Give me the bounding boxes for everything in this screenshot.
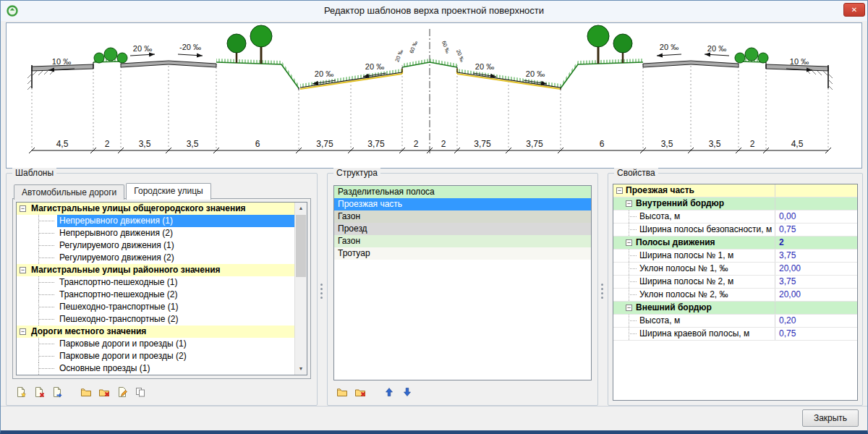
structure-list[interactable]: Разделительная полоса Проезжая часть Газ… xyxy=(333,185,592,380)
collapse-icon[interactable]: − xyxy=(626,239,632,246)
tab-city-streets[interactable]: Городские улицы xyxy=(126,183,210,200)
template-item[interactable]: Основные проезды (1) xyxy=(17,362,295,375)
dim-label: 4,5 xyxy=(56,139,69,149)
template-item-label: Парковые дороги и проезды (1) xyxy=(57,338,295,350)
collapse-icon[interactable]: − xyxy=(626,200,632,207)
property-value[interactable]: 2 xyxy=(775,237,857,249)
template-item-label: Пешеходно-транспортные (1) xyxy=(57,301,295,313)
slope-label: 20 ‰ xyxy=(475,62,494,71)
slope-label: 60 ‰ xyxy=(408,40,419,54)
collapse-icon[interactable]: − xyxy=(20,205,26,212)
templates-tree[interactable]: − Магистральные улицы общегородского зна… xyxy=(16,202,307,375)
dim-label: 3,5 xyxy=(709,139,721,149)
tab-auto-roads[interactable]: Автомобильные дороги xyxy=(14,184,124,200)
close-window-button[interactable]: ✕ xyxy=(843,3,865,17)
delete-folder-button[interactable] xyxy=(97,385,111,399)
collapse-icon[interactable]: − xyxy=(626,305,632,311)
structure-item[interactable]: Газон xyxy=(334,235,591,247)
titlebar[interactable]: Редактор шаблонов верха проектной поверх… xyxy=(1,1,867,21)
property-row[interactable]: Ширина полосы № 1, м 3,75 xyxy=(613,250,857,263)
delete-element-button[interactable] xyxy=(353,385,367,399)
property-row[interactable]: Ширина полосы № 2, м 3,75 xyxy=(613,276,857,289)
collapse-icon[interactable]: − xyxy=(616,187,623,194)
copy-template-button[interactable] xyxy=(133,385,148,399)
property-category-row[interactable]: −Полосы движения 2 xyxy=(613,237,857,250)
splitter-right[interactable] xyxy=(600,280,604,302)
structure-item-selected[interactable]: Проезжая часть xyxy=(334,198,591,210)
dimension-guides xyxy=(32,62,828,150)
collapse-icon[interactable]: − xyxy=(20,328,26,335)
property-row[interactable]: Ширина краевой полосы, м 0,75 xyxy=(613,328,857,341)
dim-label: 3,5 xyxy=(187,139,199,149)
new-folder-button[interactable] xyxy=(79,385,93,399)
edit-template-button[interactable] xyxy=(115,385,129,399)
slope-label: 20 ‰ xyxy=(707,44,726,53)
move-up-button[interactable] xyxy=(382,385,396,399)
property-label: Ширина краевой полосы, м xyxy=(639,328,749,339)
template-item[interactable]: Регулируемого движения (2) xyxy=(17,252,295,264)
template-group-label: Магистральные улицы общегородского значе… xyxy=(31,203,246,213)
close-dialog-button[interactable]: Закрыть xyxy=(802,409,859,427)
dim-label: 3,75 xyxy=(526,139,543,149)
property-label: Высота, м xyxy=(639,315,680,326)
property-row[interactable]: Ширина полосы безопасности, м 0,75 xyxy=(613,224,857,237)
property-row[interactable]: Уклон полосы № 2, ‰ 20,00 xyxy=(613,289,857,302)
delete-template-button[interactable] xyxy=(32,385,46,399)
template-item[interactable]: Регулируемого движения (1) xyxy=(17,239,295,252)
property-row[interactable]: Высота, м 0,00 xyxy=(613,210,857,224)
template-item[interactable]: Пешеходно-транспортные (1) xyxy=(17,301,295,313)
template-group-row[interactable]: − Магистральные улицы общегородского зна… xyxy=(17,203,295,215)
delete-folder-icon xyxy=(98,386,110,398)
templates-tabs: Автомобильные дороги Городские улицы xyxy=(14,183,213,200)
slope-label: 20 ‰ xyxy=(526,69,545,78)
property-value[interactable]: 3,75 xyxy=(775,250,857,262)
structure-item[interactable]: Газон xyxy=(334,210,591,223)
property-value[interactable]: 0,20 xyxy=(775,315,857,327)
property-category-row[interactable]: −Внешний бордюр xyxy=(613,302,857,315)
splitter-left[interactable] xyxy=(319,280,323,302)
template-item-label: Основные проезды (1) xyxy=(57,362,295,375)
template-item[interactable]: Непрерывного движения (1) xyxy=(17,215,295,227)
property-value[interactable]: 20,00 xyxy=(775,263,857,275)
property-value[interactable]: 0,75 xyxy=(775,328,857,340)
scroll-down-icon[interactable]: ▼ xyxy=(295,363,307,375)
property-value xyxy=(775,197,857,210)
template-group-row[interactable]: − Дороги местного значения xyxy=(17,326,295,338)
cross-section-canvas[interactable]: 10 ‰ 20 ‰ -20 ‰ 20 ‰ 20 ‰ 20 ‰ 60 ‰ 60 ‰… xyxy=(6,22,862,169)
property-value[interactable]: 3,75 xyxy=(775,276,857,288)
slope-label: 20 ‰ xyxy=(365,62,384,71)
move-down-button[interactable] xyxy=(400,385,414,399)
bushes-left xyxy=(94,48,127,63)
property-value[interactable]: 20,00 xyxy=(775,289,857,301)
template-item[interactable]: Транспортно-пешеходные (2) xyxy=(17,289,295,301)
property-grid[interactable]: −Проезжая часть −Внутренний бордюр Высот… xyxy=(613,184,858,401)
structure-item[interactable]: Тротуар xyxy=(334,247,591,260)
template-item[interactable]: Парковые дороги и проезды (2) xyxy=(17,350,295,362)
property-row[interactable]: Уклон полосы № 1, ‰ 20,00 xyxy=(613,263,857,276)
property-root-row[interactable]: −Проезжая часть xyxy=(613,184,857,197)
window-title: Редактор шаблонов верха проектной поверх… xyxy=(1,1,867,21)
property-value[interactable]: 0,00 xyxy=(775,210,857,223)
structure-item[interactable]: Разделительная полоса xyxy=(334,186,591,198)
property-row[interactable]: Высота, м 0,20 xyxy=(613,315,857,328)
collapse-icon[interactable]: − xyxy=(20,267,26,273)
scrollbar-thumb[interactable] xyxy=(296,215,306,277)
properties-panel: Свойства −Проезжая часть −Внутренний бор… xyxy=(608,173,863,406)
scroll-up-icon[interactable]: ▲ xyxy=(295,203,307,214)
add-element-button[interactable] xyxy=(335,385,349,399)
template-item[interactable]: Непрерывного движения (2) xyxy=(17,227,295,239)
add-template-button[interactable] xyxy=(14,385,28,399)
structure-item[interactable]: Проезд xyxy=(334,223,591,235)
export-template-button[interactable] xyxy=(50,385,64,399)
template-group-row[interactable]: − Магистральные улицы районного значения xyxy=(17,264,295,276)
toolbar-spacer xyxy=(371,392,378,393)
property-category-row[interactable]: −Внутренний бордюр xyxy=(613,197,857,210)
property-label: Уклон полосы № 2, ‰ xyxy=(639,289,728,299)
template-item[interactable]: Транспортно-пешеходные (1) xyxy=(17,276,295,289)
property-value[interactable]: 0,75 xyxy=(775,224,857,236)
template-item-label: Регулируемого движения (2) xyxy=(57,252,295,264)
template-item[interactable]: Парковые дороги и проезды (1) xyxy=(17,338,295,350)
template-item[interactable]: Пешеходно-транспортные (2) xyxy=(17,313,295,326)
dim-label: 3,5 xyxy=(661,139,673,149)
templates-scrollbar[interactable]: ▲ ▼ xyxy=(294,203,307,375)
